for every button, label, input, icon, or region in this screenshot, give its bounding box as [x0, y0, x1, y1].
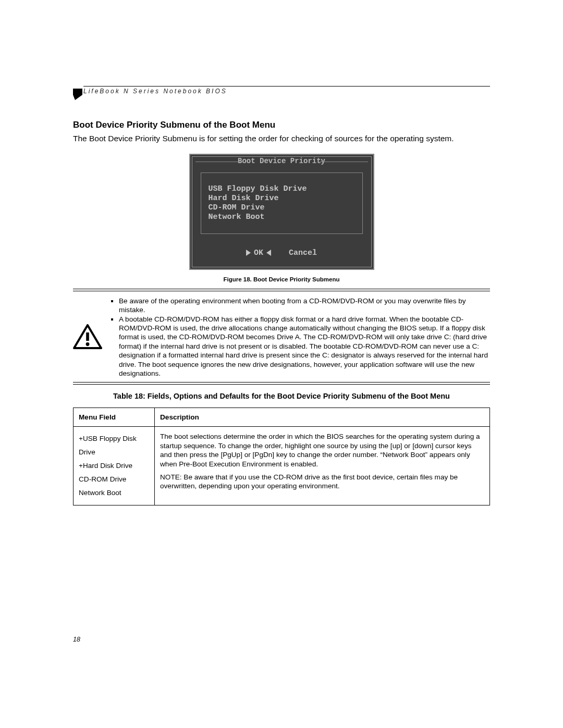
warning-bullet: A bootable CD-ROM/DVD-ROM has either a f…	[119, 315, 490, 378]
fields-table: Menu Field Description +USB Floppy Disk …	[73, 408, 490, 505]
header-marker-icon	[73, 89, 83, 99]
bios-window-title: Boot Device Priority	[195, 157, 368, 165]
bios-screenshot: Boot Device Priority USB Floppy Disk Dri…	[189, 154, 374, 270]
bios-item: Network Boot	[209, 213, 355, 222]
col-description: Description	[155, 408, 490, 427]
description-cell: The boot selections determine the order …	[155, 427, 490, 505]
triangle-right-icon	[246, 250, 251, 256]
bios-ok-label: OK	[254, 249, 263, 257]
running-title: LifeBook N Series Notebook BIOS	[83, 88, 227, 95]
figure-caption: Figure 18. Boot Device Priority Submenu	[73, 276, 490, 282]
divider	[73, 289, 490, 291]
table-title: Table 18: Fields, Options and Defaults f…	[73, 392, 490, 400]
warning-bullet: Be aware of the operating environment wh…	[119, 297, 490, 315]
col-menu-field: Menu Field	[74, 408, 155, 427]
svg-point-3	[86, 342, 90, 346]
bios-device-list: USB Floppy Disk Drive Hard Disk Drive CD…	[201, 172, 363, 234]
section-heading: Boot Device Priority Submenu of the Boot…	[73, 120, 490, 130]
section-lead: The Boot Device Priority Submenu is for …	[73, 133, 490, 144]
svg-marker-0	[73, 89, 82, 100]
table-row: +USB Floppy Disk Drive +Hard Disk Drive …	[74, 427, 490, 505]
page-number: 18	[73, 636, 490, 643]
menu-field-cell: +USB Floppy Disk Drive +Hard Disk Drive …	[74, 427, 155, 505]
bios-ok-button[interactable]: OK	[246, 249, 271, 257]
warning-icon	[73, 324, 102, 350]
triangle-left-icon	[266, 250, 271, 256]
bios-cancel-label: Cancel	[289, 249, 317, 257]
bios-item: USB Floppy Disk Drive	[209, 184, 355, 194]
warning-text: Be aware of the operating environment wh…	[111, 297, 490, 378]
bios-item: CD-ROM Drive	[209, 203, 355, 213]
bios-cancel-button[interactable]: Cancel	[289, 249, 317, 257]
divider	[73, 382, 490, 385]
svg-rect-2	[86, 332, 89, 341]
bios-item: Hard Disk Drive	[209, 194, 355, 203]
